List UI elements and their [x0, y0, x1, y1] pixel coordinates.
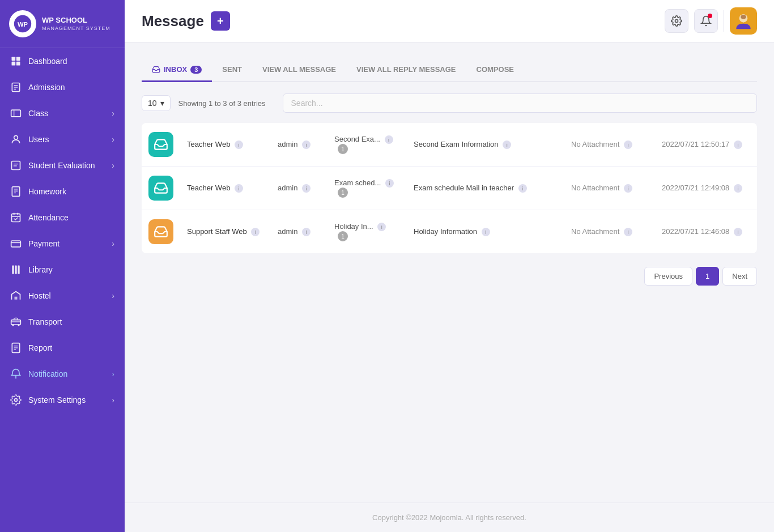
sidebar-item-library[interactable]: Library	[0, 257, 125, 283]
info-icon[interactable]: i	[385, 135, 393, 144]
message-tabs: INBOX 3 SENT VIEW ALL MESSAGE VIEW ALL R…	[142, 58, 757, 82]
svg-rect-27	[15, 266, 16, 274]
chevron-icon: ›	[112, 395, 114, 405]
sidebar-item-attendance[interactable]: Attendance	[0, 205, 125, 231]
info-icon[interactable]: i	[518, 184, 527, 193]
svg-point-39	[15, 399, 18, 402]
notifications-button[interactable]	[694, 9, 718, 33]
per-page-select[interactable]: 10 ▾	[142, 95, 171, 111]
content-area: INBOX 3 SENT VIEW ALL MESSAGE VIEW ALL R…	[125, 42, 774, 503]
message-from: admin	[278, 184, 297, 192]
message-count: 1	[338, 231, 348, 241]
svg-rect-20	[12, 214, 20, 222]
footer: Copyright ©2022 Mojoomla. All rights res…	[125, 503, 774, 532]
info-icon[interactable]: i	[482, 228, 490, 236]
info-icon[interactable]: i	[377, 223, 386, 231]
notification-dot	[708, 14, 712, 18]
entries-text: Showing 1 to 3 of 3 entries	[178, 99, 266, 108]
sidebar-item-dashboard[interactable]: Dashboard	[0, 48, 125, 74]
message-avatar	[148, 219, 173, 244]
info-icon[interactable]: i	[235, 184, 243, 193]
message-sender: Support Staff Web	[187, 227, 247, 236]
search-box	[283, 93, 757, 113]
message-sender: Teacher Web	[187, 140, 230, 148]
chevron-icon: ›	[112, 291, 114, 300]
add-message-button[interactable]: +	[211, 11, 230, 31]
info-icon[interactable]: i	[235, 141, 243, 149]
message-timestamp: 2022/07/21 12:46:08	[662, 227, 729, 236]
info-icon[interactable]: i	[251, 228, 260, 236]
table-row[interactable]: Support Staff Web i admin i Holiday In..…	[142, 210, 757, 254]
page-1-button[interactable]: 1	[696, 267, 719, 286]
user-avatar[interactable]	[730, 7, 757, 35]
sidebar-item-student-evaluation[interactable]: Student Evaluation ›	[0, 152, 125, 178]
message-attachment: No Attachment	[571, 140, 619, 148]
page-title: Message +	[142, 11, 230, 31]
info-icon[interactable]: i	[624, 141, 632, 149]
tab-sent[interactable]: SENT	[212, 58, 252, 82]
message-subject-abbr: Exam sched...	[334, 178, 381, 187]
tab-view-all-reply[interactable]: VIEW ALL REPLY MESSAGE	[346, 58, 466, 82]
app-subtitle: MANAGEMENT SYSTEM	[42, 25, 110, 32]
svg-point-32	[18, 324, 19, 326]
info-icon[interactable]: i	[734, 141, 742, 149]
table-toolbar: 10 ▾ Showing 1 to 3 of 3 entries	[142, 93, 757, 113]
settings-button[interactable]	[665, 9, 688, 33]
sidebar-item-class[interactable]: Class ›	[0, 100, 125, 126]
svg-text:WP: WP	[18, 21, 28, 28]
info-icon[interactable]: i	[385, 179, 394, 188]
sidebar-item-payment[interactable]: Payment ›	[0, 231, 125, 257]
header-divider	[724, 10, 724, 32]
info-icon[interactable]: i	[302, 141, 311, 149]
svg-point-43	[741, 15, 746, 19]
svg-rect-13	[12, 161, 20, 170]
inbox-badge: 3	[190, 66, 202, 74]
svg-point-40	[675, 20, 678, 23]
info-icon[interactable]: i	[503, 141, 511, 149]
pagination: Previous 1 Next	[142, 267, 757, 286]
previous-button[interactable]: Previous	[644, 267, 692, 286]
message-sender: Teacher Web	[187, 184, 230, 192]
sidebar-item-notification[interactable]: Notification ›	[0, 361, 125, 387]
svg-point-38	[15, 369, 16, 370]
message-from: admin	[278, 140, 297, 148]
info-icon[interactable]: i	[624, 184, 632, 193]
svg-rect-10	[11, 110, 21, 117]
svg-point-12	[14, 135, 18, 139]
sidebar-item-admission[interactable]: Admission	[0, 74, 125, 100]
message-from: admin	[278, 227, 297, 236]
table-row[interactable]: Teacher Web i admin i Second Exa... i 1 …	[142, 123, 757, 167]
message-attachment: No Attachment	[571, 184, 619, 192]
chevron-icon: ›	[112, 161, 114, 170]
sidebar-item-system-settings[interactable]: System Settings ›	[0, 387, 125, 413]
header-right	[665, 7, 757, 35]
message-subject-abbr: Second Exa...	[334, 135, 380, 143]
sidebar-item-transport[interactable]: Transport	[0, 309, 125, 335]
tab-view-all-message[interactable]: VIEW ALL MESSAGE	[252, 58, 346, 82]
info-icon[interactable]: i	[734, 184, 742, 193]
sidebar-item-users[interactable]: Users ›	[0, 126, 125, 152]
message-table: Teacher Web i admin i Second Exa... i 1 …	[142, 123, 757, 253]
tab-compose[interactable]: COMPOSE	[466, 58, 524, 82]
message-timestamp: 2022/07/21 12:50:17	[662, 140, 729, 148]
sidebar-item-hostel[interactable]: Hostel ›	[0, 283, 125, 309]
info-icon[interactable]: i	[302, 228, 311, 236]
message-subject-abbr: Holiday In...	[334, 222, 373, 231]
info-icon[interactable]: i	[734, 228, 742, 236]
sidebar-item-report[interactable]: Report	[0, 335, 125, 361]
svg-rect-3	[16, 57, 20, 61]
dropdown-icon: ▾	[160, 99, 164, 108]
next-button[interactable]: Next	[722, 267, 757, 286]
top-header: Message +	[125, 0, 774, 42]
svg-rect-28	[18, 266, 19, 274]
sidebar-item-homework[interactable]: Homework	[0, 178, 125, 205]
chevron-icon: ›	[112, 239, 114, 248]
tab-inbox[interactable]: INBOX 3	[142, 58, 212, 82]
info-icon[interactable]: i	[302, 184, 311, 193]
chevron-icon: ›	[112, 369, 114, 378]
message-avatar	[148, 132, 173, 157]
info-icon[interactable]: i	[624, 228, 632, 236]
table-row[interactable]: Teacher Web i admin i Exam sched... i 1 …	[142, 167, 757, 210]
app-name: WP SCHOOL	[42, 16, 110, 25]
search-input[interactable]	[283, 93, 757, 113]
